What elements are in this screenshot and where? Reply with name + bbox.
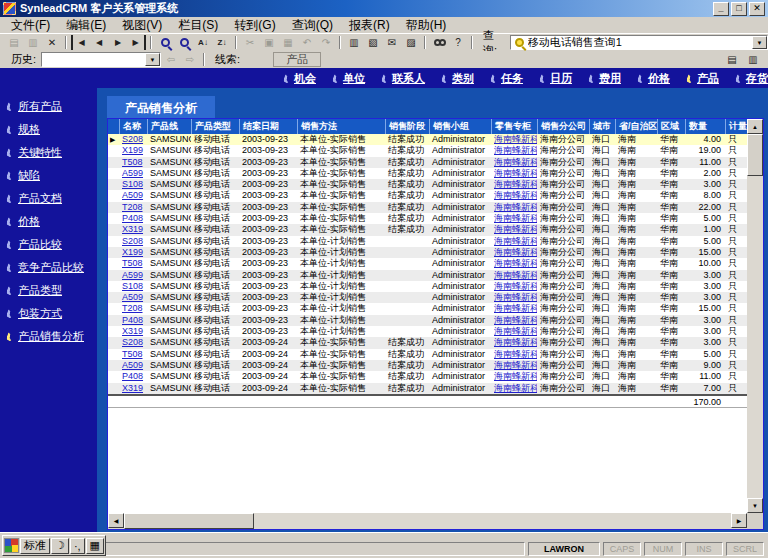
table-row[interactable]: A509SAMSUNG移动电话2003-09-24本单位-实际销售结案成功Adm…	[108, 360, 747, 371]
column-header[interactable]: 省/自治区	[615, 119, 657, 134]
tab-机会[interactable]: 机会	[284, 71, 316, 86]
column-header[interactable]: 产品类型	[191, 119, 239, 134]
column-header[interactable]: 销售小组	[429, 119, 491, 134]
table-row[interactable]: S208SAMSUNG移动电话2003-09-24本单位-实际销售结案成功Adm…	[108, 337, 747, 348]
retail-counter-link[interactable]: 海南蜂新科	[494, 371, 537, 381]
table-row[interactable]: X319SAMSUNG移动电话2003-09-23本单位-计划销售Adminis…	[108, 326, 747, 337]
table-row[interactable]: X199SAMSUNG移动电话2003-09-23本单位-计划销售Adminis…	[108, 247, 747, 258]
tab-价格[interactable]: 价格	[638, 71, 670, 86]
product-name-link[interactable]: X319	[122, 383, 143, 393]
table-row[interactable]: S208SAMSUNG移动电话2003-09-23本单位-计划销售Adminis…	[108, 236, 747, 247]
tab-费用[interactable]: 费用	[589, 71, 621, 86]
minimize-button[interactable]: _	[713, 2, 729, 16]
product-name-link[interactable]: T208	[122, 303, 143, 313]
retail-counter-link[interactable]: 海南蜂新科	[494, 190, 537, 200]
export-icon[interactable]: ▧	[364, 35, 382, 50]
product-name-link[interactable]: P408	[122, 371, 143, 381]
retail-counter-link[interactable]: 海南蜂新科	[494, 349, 537, 359]
column-header[interactable]: 销售分公司	[537, 119, 589, 134]
product-name-link[interactable]: P408	[122, 213, 143, 223]
tab-产品[interactable]: 产品	[687, 71, 719, 86]
menu-item[interactable]: 编辑(E)	[58, 16, 114, 35]
tab-联系人[interactable]: 联系人	[382, 71, 425, 86]
print-icon[interactable]: ▥	[345, 35, 363, 50]
column-header[interactable]: 数量	[685, 119, 725, 134]
table-row[interactable]: S108SAMSUNG移动电话2003-09-23本单位-计划销售Adminis…	[108, 281, 747, 292]
retail-counter-link[interactable]: 海南蜂新科	[494, 315, 537, 325]
nav-prev-icon[interactable]: ◀	[90, 35, 108, 50]
product-name-link[interactable]: T508	[122, 157, 143, 167]
menu-item[interactable]: 查询(Q)	[284, 16, 341, 35]
product-name-link[interactable]: S108	[122, 179, 143, 189]
column-header[interactable]: 区域	[657, 119, 685, 134]
product-context-button[interactable]: 产品	[273, 52, 321, 67]
retail-counter-link[interactable]: 海南蜂新科	[494, 213, 537, 223]
view-card-icon[interactable]: ▤	[723, 52, 741, 67]
restore-button[interactable]: □	[731, 2, 747, 16]
mail-icon[interactable]: ✉	[383, 35, 401, 50]
paste-icon[interactable]: ▦	[279, 35, 297, 50]
preview-icon[interactable]	[175, 35, 193, 50]
ime-mode-button[interactable]: 标准	[20, 538, 50, 554]
table-row[interactable]: P408SAMSUNG移动电话2003-09-24本单位-实际销售结案成功Adm…	[108, 371, 747, 382]
horizontal-scrollbar[interactable]: ◀ ▶	[108, 513, 747, 529]
retail-counter-link[interactable]: 海南蜂新科	[494, 326, 537, 336]
history-combobox[interactable]: ▼	[41, 52, 161, 67]
copy-icon[interactable]: ▣	[260, 35, 278, 50]
table-row[interactable]: P408SAMSUNG移动电话2003-09-23本单位-计划销售Adminis…	[108, 315, 747, 326]
menu-item[interactable]: 栏目(S)	[170, 16, 226, 35]
retail-counter-link[interactable]: 海南蜂新科	[494, 303, 537, 313]
sidebar-item-所有产品[interactable]: 所有产品	[0, 97, 97, 116]
tab-日历[interactable]: 日历	[540, 71, 572, 86]
find-binoculars-icon[interactable]	[430, 35, 448, 50]
retail-counter-link[interactable]: 海南蜂新科	[494, 202, 537, 212]
tab-存货管理[interactable]: 存货管理	[736, 71, 768, 86]
product-name-link[interactable]: P408	[122, 315, 143, 325]
table-row[interactable]: ▶S208SAMSUNG移动电话2003-09-23本单位-实际销售结案成功Ad…	[108, 134, 747, 145]
zoom-icon[interactable]	[156, 35, 174, 50]
product-name-link[interactable]: S208	[122, 134, 143, 144]
sort-descending-icon[interactable]: Z↓	[213, 35, 231, 50]
column-header[interactable]: 产品线	[147, 119, 191, 134]
menu-item[interactable]: 视图(V)	[114, 16, 170, 35]
history-dropdown-icon[interactable]: ▼	[145, 53, 160, 66]
query-combobox[interactable]: 移动电话销售查询1 ▼	[510, 35, 768, 50]
retail-counter-link[interactable]: 海南蜂新科	[494, 224, 537, 234]
column-header[interactable]: 名称	[119, 119, 147, 134]
menu-item[interactable]: 转到(G)	[226, 16, 283, 35]
table-row[interactable]: X319SAMSUNG移动电话2003-09-23本单位-实际销售结案成功Adm…	[108, 224, 747, 235]
sidebar-item-竞争产品比较[interactable]: 竞争产品比较	[0, 258, 97, 277]
product-name-link[interactable]: S108	[122, 281, 143, 291]
back-icon[interactable]: ⇦	[162, 52, 180, 67]
table-row[interactable]: A599SAMSUNG移动电话2003-09-23本单位-实际销售结案成功Adm…	[108, 168, 747, 179]
table-row[interactable]: T508SAMSUNG移动电话2003-09-24本单位-实际销售结案成功Adm…	[108, 349, 747, 360]
menu-item[interactable]: 报表(R)	[341, 16, 398, 35]
scroll-up-icon[interactable]: ▲	[747, 119, 763, 134]
retail-counter-link[interactable]: 海南蜂新科	[494, 134, 537, 144]
product-name-link[interactable]: A599	[122, 168, 143, 178]
menu-item[interactable]: 帮助(H)	[398, 16, 455, 35]
table-row[interactable]: A509SAMSUNG移动电话2003-09-23本单位-实际销售结案成功Adm…	[108, 190, 747, 201]
nav-next-icon[interactable]: ▶	[109, 35, 127, 50]
forward-icon[interactable]: ⇨	[181, 52, 199, 67]
retail-counter-link[interactable]: 海南蜂新科	[494, 337, 537, 347]
product-name-link[interactable]: A509	[122, 360, 143, 370]
nav-first-icon[interactable]: ◀	[71, 35, 89, 50]
product-name-link[interactable]: X319	[122, 224, 143, 234]
table-row[interactable]: T208SAMSUNG移动电话2003-09-23本单位-计划销售Adminis…	[108, 303, 747, 314]
column-header[interactable]: 销售阶段	[385, 119, 429, 134]
menu-item[interactable]: 文件(F)	[3, 16, 58, 35]
table-row[interactable]: X319SAMSUNG移动电话2003-09-24本单位-实际销售结案成功Adm…	[108, 383, 747, 394]
product-name-link[interactable]: T508	[122, 258, 143, 268]
vertical-scroll-thumb[interactable]	[747, 134, 763, 176]
table-row[interactable]: A509SAMSUNG移动电话2003-09-23本单位-计划销售Adminis…	[108, 292, 747, 303]
scroll-down-icon[interactable]: ▼	[747, 498, 763, 513]
retail-counter-link[interactable]: 海南蜂新科	[494, 179, 537, 189]
ime-logo-icon[interactable]	[4, 538, 19, 553]
retail-counter-link[interactable]: 海南蜂新科	[494, 168, 537, 178]
table-row[interactable]: T508SAMSUNG移动电话2003-09-23本单位-计划销售Adminis…	[108, 258, 747, 269]
retail-counter-link[interactable]: 海南蜂新科	[494, 281, 537, 291]
product-name-link[interactable]: T208	[122, 202, 143, 212]
retail-counter-link[interactable]: 海南蜂新科	[494, 236, 537, 246]
product-name-link[interactable]: X199	[122, 247, 143, 257]
